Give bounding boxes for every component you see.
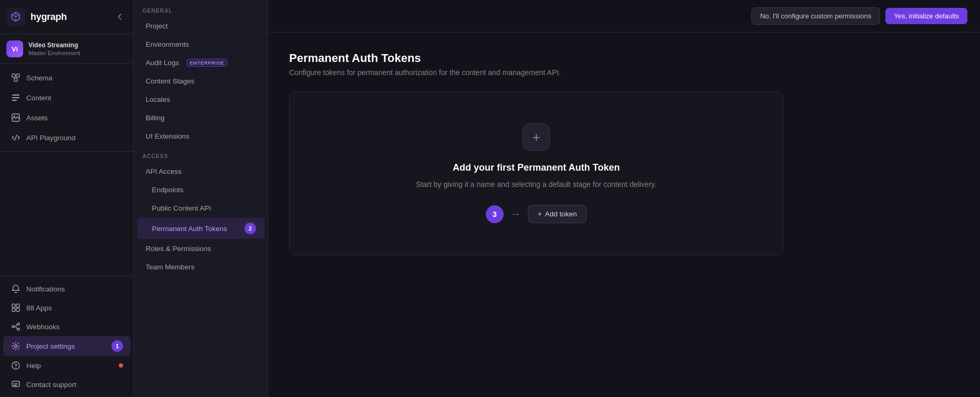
empty-state-card: + Add your first Permanent Auth Token St…	[289, 91, 783, 255]
settings-project-label: Project	[146, 22, 168, 30]
svg-point-17	[15, 367, 16, 368]
sidebar-item-webhooks-label: Webhooks	[26, 323, 60, 331]
settings-item-endpoints[interactable]: Endpoints	[137, 181, 264, 198]
svg-rect-1	[16, 74, 19, 77]
content-body: Permanent Auth Tokens Configure tokens f…	[268, 33, 773, 274]
settings-environments-label: Environments	[146, 40, 189, 48]
general-section-label: GENERAL	[134, 0, 268, 17]
sidebar-item-help[interactable]: Help	[3, 356, 130, 375]
settings-locales-label: Locales	[146, 96, 170, 103]
sidebar-item-content-label: Content	[26, 94, 51, 102]
sidebar-item-schema-label: Schema	[26, 74, 53, 82]
assets-icon	[11, 112, 21, 123]
project-settings-icon	[11, 341, 21, 351]
settings-team-members-label: Team Members	[146, 263, 195, 271]
svg-rect-10	[12, 308, 15, 311]
sidebar-item-notifications[interactable]: Notifications	[3, 279, 130, 298]
sidebar-item-apps-label: 88 Apps	[26, 304, 52, 312]
nav-main-strip: Schema Content Assets API Playground	[0, 64, 134, 152]
no-configure-button[interactable]: No, I'll configure custom permissions	[751, 7, 880, 25]
sidebar-item-project-settings[interactable]: Project settings 1	[3, 336, 130, 356]
apps-icon	[11, 302, 21, 313]
settings-item-audit-logs[interactable]: Audit Logs ENTERPRISE	[137, 54, 264, 71]
svg-rect-4	[12, 97, 19, 98]
api-playground-icon	[11, 132, 21, 143]
project-info: Video Streaming Master Environment	[28, 41, 80, 56]
content-icon	[11, 92, 21, 103]
sidebar-item-api-playground[interactable]: API Playground	[3, 128, 130, 147]
empty-state-title: Add your first Permanent Auth Token	[453, 162, 620, 173]
settings-audit-logs-label: Audit Logs	[146, 59, 179, 67]
project-name: Video Streaming	[28, 41, 80, 50]
plus-circle-icon: +	[523, 123, 550, 151]
sidebar-item-project-settings-label: Project settings	[26, 342, 75, 350]
svg-rect-3	[12, 95, 19, 96]
settings-item-api-access[interactable]: API Access	[137, 163, 264, 180]
settings-roles-permissions-label: Roles & Permissions	[146, 245, 211, 253]
notifications-icon	[11, 284, 21, 294]
collapse-sidebar-button[interactable]	[113, 9, 127, 24]
sidebar-item-assets[interactable]: Assets	[3, 108, 130, 127]
project-settings-badge: 1	[111, 340, 123, 352]
cta-row: 3 → + Add token	[486, 205, 587, 223]
add-token-plus-icon: +	[538, 210, 542, 218]
settings-public-content-api-label: Public Content API	[152, 204, 211, 212]
settings-item-content-stages[interactable]: Content Stages	[137, 72, 264, 90]
svg-rect-8	[12, 304, 15, 307]
sidebar-item-api-playground-label: API Playground	[26, 134, 76, 142]
svg-rect-11	[16, 308, 19, 311]
section-description: Configure tokens for permanent authoriza…	[289, 68, 752, 77]
sidebar-item-contact-support-label: Contact support	[26, 381, 76, 389]
sidebar-item-notifications-label: Notifications	[26, 285, 65, 293]
sidebar-item-schema[interactable]: Schema	[3, 68, 130, 87]
settings-item-permanent-auth-tokens[interactable]: Permanent Auth Tokens 2	[137, 218, 264, 239]
settings-item-public-content-api[interactable]: Public Content API	[137, 200, 264, 217]
help-notification-dot	[119, 363, 123, 368]
settings-endpoints-label: Endpoints	[152, 186, 183, 194]
access-section-label: ACCESS	[134, 145, 268, 162]
svg-point-7	[14, 116, 15, 117]
webhooks-icon	[11, 321, 21, 332]
page-title: Permanent Auth Tokens	[289, 51, 752, 65]
project-avatar: Vi	[6, 40, 23, 57]
project-env: Master Environment	[28, 50, 80, 56]
svg-rect-5	[12, 100, 17, 101]
enterprise-badge: ENTERPRISE	[187, 59, 227, 67]
nav-bottom-strip: Notifications 88 Apps Webhooks Project s…	[0, 276, 134, 397]
settings-item-billing[interactable]: Billing	[137, 109, 264, 127]
settings-item-project[interactable]: Project	[137, 17, 264, 35]
schema-icon	[11, 72, 21, 83]
contact-support-icon	[11, 379, 21, 390]
arrow-icon: →	[510, 207, 522, 221]
add-token-button[interactable]: + Add token	[528, 205, 587, 223]
sidebar-item-assets-label: Assets	[26, 114, 48, 122]
permanent-auth-tokens-step-badge: 2	[244, 223, 256, 234]
svg-point-15	[15, 345, 17, 348]
settings-item-locales[interactable]: Locales	[137, 91, 264, 108]
help-icon	[11, 360, 21, 371]
yes-initialize-button[interactable]: Yes, initialize defaults	[885, 8, 967, 24]
settings-permanent-auth-tokens-label: Permanent Auth Tokens	[152, 225, 227, 233]
top-bar: No, I'll configure custom permissions Ye…	[268, 0, 980, 33]
step-3-badge: 3	[486, 205, 504, 223]
svg-point-16	[12, 362, 19, 369]
project-selector[interactable]: Vi Video Streaming Master Environment	[0, 34, 134, 64]
main-content: No, I'll configure custom permissions Ye…	[268, 0, 980, 397]
settings-item-ui-extensions[interactable]: UI Extensions	[137, 128, 264, 145]
svg-point-13	[17, 323, 19, 325]
sidebar-item-apps[interactable]: 88 Apps	[3, 298, 130, 317]
settings-content-stages-label: Content Stages	[146, 77, 195, 85]
logo-mark	[6, 7, 25, 26]
settings-item-team-members[interactable]: Team Members	[137, 258, 264, 276]
sidebar-item-help-label: Help	[26, 362, 41, 370]
sidebar-item-content[interactable]: Content	[3, 88, 130, 107]
svg-rect-9	[16, 304, 19, 307]
settings-item-roles-permissions[interactable]: Roles & Permissions	[137, 240, 264, 257]
svg-rect-2	[14, 78, 17, 81]
settings-nav-panel: GENERAL Project Environments Audit Logs …	[134, 0, 268, 397]
sidebar-item-contact-support[interactable]: Contact support	[3, 375, 130, 394]
settings-item-environments[interactable]: Environments	[137, 36, 264, 53]
settings-ui-extensions-label: UI Extensions	[146, 132, 189, 140]
svg-rect-0	[12, 74, 15, 77]
sidebar-item-webhooks[interactable]: Webhooks	[3, 317, 130, 336]
